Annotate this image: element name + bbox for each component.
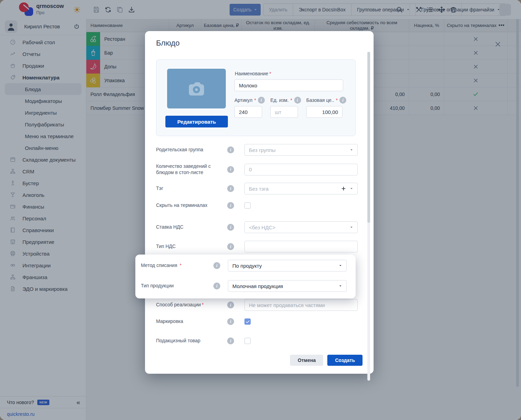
hide-on-terminals-row: Скрыть на терминалах i xyxy=(156,202,356,209)
base-price-field-label: Базовая це..* i xyxy=(306,97,346,104)
modal-title: Блюдо xyxy=(156,39,180,48)
add-tag-plus-icon[interactable] xyxy=(341,186,346,191)
chevron-down-icon xyxy=(350,226,353,229)
product-type-select[interactable]: Молочная продукция xyxy=(228,280,347,292)
writeoff-method-row: Метод списания * i По продукту xyxy=(141,260,350,271)
parent-group-row: Родительская группа i Без группы xyxy=(156,144,356,156)
tag-row: Тэг i Без тэга xyxy=(156,183,356,194)
sale-method-row: Способ реализации* i Не может продаватьс… xyxy=(156,299,356,311)
modal-scrollbar-thumb[interactable] xyxy=(367,52,370,223)
info-icon[interactable]: i xyxy=(227,318,234,325)
info-icon[interactable]: i xyxy=(227,166,234,173)
chevron-down-icon xyxy=(350,148,353,152)
close-icon[interactable] xyxy=(494,41,501,48)
modal-footer: Отмена Создать xyxy=(290,355,363,366)
parent-group-select[interactable]: Без группы xyxy=(244,144,358,156)
edit-photo-button[interactable]: Редактировать xyxy=(165,116,228,127)
vat-type-input[interactable] xyxy=(244,241,358,252)
info-icon[interactable]: i xyxy=(227,243,234,250)
info-icon[interactable]: i xyxy=(227,337,234,344)
writeoff-method-select[interactable]: По продукту xyxy=(228,260,347,271)
unit-field-label: Ед. изм.* i xyxy=(270,97,301,104)
info-icon[interactable]: i xyxy=(213,283,220,289)
create-dish-button[interactable]: Создать xyxy=(327,355,363,366)
info-icon[interactable]: i xyxy=(294,97,301,104)
info-icon[interactable]: i xyxy=(227,224,234,231)
marking-row: Маркировка i xyxy=(156,318,356,325)
dish-modal: Блюдо Редактировать Наименование* Молоко… xyxy=(145,31,374,374)
sku-field-label: Артикул* i xyxy=(234,97,265,104)
sale-method-input[interactable]: Не может продаваться частями xyxy=(244,299,358,311)
stoplist-count-input[interactable]: 0 xyxy=(244,164,358,175)
info-icon[interactable]: i xyxy=(227,302,234,308)
camera-icon xyxy=(186,78,207,99)
photo-placeholder[interactable] xyxy=(167,69,226,108)
app-window: qrmoscow Про Создать Удалить Экспорт в D… xyxy=(0,0,521,420)
base-price-input[interactable]: 100,00 xyxy=(306,106,342,118)
vat-rate-row: Ставка НДС i <без НДС> xyxy=(156,221,356,233)
info-icon[interactable]: i xyxy=(213,262,220,269)
vat-rate-select[interactable]: <без НДС> xyxy=(244,221,358,233)
chevron-down-icon xyxy=(350,187,353,190)
marking-checkbox[interactable] xyxy=(244,318,251,325)
photo-panel: Редактировать Наименование* Молоко Артик… xyxy=(156,59,356,136)
product-type-row: Тип продукции i Молочная продукция xyxy=(141,280,350,292)
info-icon[interactable]: i xyxy=(258,97,265,104)
chevron-down-icon xyxy=(339,264,342,267)
unit-input[interactable]: шт xyxy=(270,106,298,118)
hide-on-terminals-checkbox[interactable] xyxy=(244,202,251,209)
sku-input[interactable]: 240 xyxy=(234,106,262,118)
tag-select[interactable]: Без тэга xyxy=(244,183,358,194)
cancel-button[interactable]: Отмена xyxy=(290,355,323,366)
chevron-down-icon xyxy=(339,284,342,288)
highlighted-fields-card: Метод списания * i По продукту Тип проду… xyxy=(135,255,356,298)
excise-checkbox[interactable] xyxy=(244,338,251,344)
stoplist-count-row: Количество заведений с блюдом в стоп-лис… xyxy=(156,163,356,175)
info-icon[interactable]: i xyxy=(227,202,234,209)
name-field-label: Наименование* xyxy=(235,71,271,76)
info-icon[interactable]: i xyxy=(227,185,234,192)
name-input[interactable]: Молоко xyxy=(234,79,343,91)
excise-row: Подакцизный товар i xyxy=(156,337,356,344)
info-icon[interactable]: i xyxy=(339,97,346,104)
vat-type-row: Тип НДС i xyxy=(156,241,356,252)
info-icon[interactable]: i xyxy=(227,146,234,153)
